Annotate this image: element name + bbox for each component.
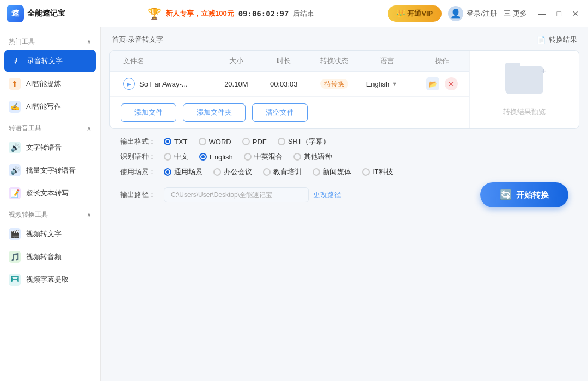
format-pdf[interactable]: PDF xyxy=(242,138,267,146)
radio-dot-txt xyxy=(164,138,171,145)
logo-icon: 速 xyxy=(7,5,24,22)
radio-dot-other xyxy=(293,153,301,161)
preview-text: 转换结果预览 xyxy=(503,107,546,117)
content-area: 首页-录音转文字 📄 转换结果 文件名 大小 时长 xyxy=(101,27,588,381)
scene-general[interactable]: 通用场景 xyxy=(164,167,203,177)
video-audio-icon: 🎵 xyxy=(9,251,21,263)
radio-dot-chinese xyxy=(164,153,171,161)
ai-extract-icon: ⬆ xyxy=(9,78,21,90)
scene-news[interactable]: 新闻媒体 xyxy=(313,167,351,177)
main-panel: 文件名 大小 时长 转换状态 语言 操作 xyxy=(109,50,579,129)
long-text-icon: 📝 xyxy=(9,187,21,199)
format-srt[interactable]: SRT（字幕） xyxy=(278,137,330,146)
col-status: 转换状态 xyxy=(309,51,360,72)
chevron-icon-3: ∧ xyxy=(87,211,91,219)
batch-voice-icon: 🔊 xyxy=(9,164,21,176)
titlebar: 速 全能速记宝 🏆 新人专享，立减100元 09:06:02:97 后结束 👑 … xyxy=(0,0,588,27)
maximize-button[interactable]: □ xyxy=(554,8,564,19)
sidebar-item-video-subtitle[interactable]: 🎞 视频字幕提取 xyxy=(0,268,100,291)
cell-language: English ▼ xyxy=(360,72,414,96)
add-folder-button[interactable]: 添加文件夹 xyxy=(183,103,246,122)
col-duration: 时长 xyxy=(259,51,309,72)
breadcrumb: 首页-录音转文字 📄 转换结果 xyxy=(101,27,588,50)
radio-dot-english xyxy=(199,153,207,161)
sidebar-item-video-to-audio[interactable]: 🎵 视频转音频 xyxy=(0,245,100,268)
options-area: 输出格式： TXT WORD PDF xyxy=(109,129,579,177)
col-size: 大小 xyxy=(213,51,259,72)
sidebar-item-recording-to-text[interactable]: 🎙 录音转文字 xyxy=(4,50,96,72)
panel-bottom-buttons: 添加文件 添加文件夹 清空文件 xyxy=(110,96,469,128)
panel-right: + 转换结果预览 xyxy=(470,51,579,128)
ai-writing-icon: ✍ xyxy=(9,101,21,113)
chevron-down-icon: ▼ xyxy=(391,81,397,87)
col-filename: 文件名 xyxy=(110,51,213,72)
format-row: 输出格式： TXT WORD PDF xyxy=(120,137,568,146)
lang-label: 识别语种： xyxy=(120,152,160,162)
promo-area: 🏆 新人专享，立减100元 09:06:02:97 后结束 xyxy=(74,7,388,20)
format-word[interactable]: WORD xyxy=(199,138,231,146)
vip-icon: 👑 xyxy=(396,9,405,17)
language-selector[interactable]: English ▼ xyxy=(366,80,408,88)
add-file-button[interactable]: 添加文件 xyxy=(121,103,176,122)
sidebar-item-video-to-text[interactable]: 🎬 视频转文字 xyxy=(0,223,100,245)
user-area[interactable]: 👤 登录/注册 xyxy=(448,6,497,21)
status-badge: 待转换 xyxy=(320,79,348,89)
col-actions: 操作 xyxy=(414,51,469,72)
close-button[interactable]: ✕ xyxy=(569,8,581,19)
cell-filename: ▶ So Far Away-... xyxy=(110,72,213,96)
radio-dot-pdf xyxy=(242,138,250,145)
lang-chinese[interactable]: 中文 xyxy=(164,152,188,162)
text-voice-icon: 🔊 xyxy=(9,142,21,153)
change-path-button[interactable]: 更改路径 xyxy=(313,190,341,200)
scene-education[interactable]: 教育培训 xyxy=(263,167,302,177)
recording-icon: 🎙 xyxy=(10,55,22,67)
vip-button[interactable]: 👑 开通VIP xyxy=(388,5,442,22)
folder-body xyxy=(505,66,543,94)
conversion-result-link[interactable]: 📄 转换结果 xyxy=(537,35,577,45)
start-convert-button[interactable]: 🔄 开始转换 xyxy=(480,182,568,207)
minimize-button[interactable]: — xyxy=(536,8,549,19)
panel-content: 文件名 大小 时长 转换状态 语言 操作 xyxy=(110,51,579,128)
lang-other[interactable]: 其他语种 xyxy=(293,152,332,162)
scene-it[interactable]: IT科技 xyxy=(362,167,393,177)
cell-actions: 📂 ✕ xyxy=(414,72,469,96)
open-folder-button[interactable]: 📂 xyxy=(426,77,439,90)
breadcrumb-text: 首页-录音转文字 xyxy=(112,35,163,45)
lang-radio-group: 中文 English 中英混合 其他语种 xyxy=(164,152,332,162)
path-input[interactable] xyxy=(164,187,309,202)
sidebar: 热门工具 ∧ 🎙 录音转文字 ⬆ AI智能提炼 ✍ AI智能写作 转语音工具 ∧… xyxy=(0,27,101,381)
countdown-suffix: 后结束 xyxy=(293,9,314,19)
plus-icon: + xyxy=(541,66,547,77)
close-icon: ✕ xyxy=(448,80,454,88)
scene-office[interactable]: 办公会议 xyxy=(213,167,252,177)
file-table: 文件名 大小 时长 转换状态 语言 操作 xyxy=(110,51,469,96)
radio-dot-news xyxy=(313,168,320,176)
video-text-icon: 🎬 xyxy=(9,228,21,240)
chevron-icon: ∧ xyxy=(87,38,91,46)
start-icon: 🔄 xyxy=(500,189,512,201)
format-txt[interactable]: TXT xyxy=(164,138,188,146)
more-button[interactable]: 三 更多 xyxy=(504,9,527,19)
sidebar-item-batch-text-voice[interactable]: 🔊 批量文字转语音 xyxy=(0,159,100,182)
format-radio-group: TXT WORD PDF SRT（字幕） xyxy=(164,137,330,146)
sidebar-item-long-text[interactable]: 📝 超长文本转写 xyxy=(0,182,100,205)
scene-row: 使用场景： 通用场景 办公会议 教育培训 xyxy=(120,167,568,177)
clear-files-button[interactable]: 清空文件 xyxy=(252,103,308,122)
sidebar-item-ai-writing[interactable]: ✍ AI智能写作 xyxy=(0,95,100,118)
play-button[interactable]: ▶ xyxy=(123,78,135,90)
radio-dot-srt xyxy=(278,138,285,145)
lang-english[interactable]: English xyxy=(199,153,233,161)
cell-status: 待转换 xyxy=(309,72,360,96)
sidebar-item-text-to-voice[interactable]: 🔊 文字转语音 xyxy=(0,136,100,159)
login-button[interactable]: 登录/注册 xyxy=(467,9,497,19)
promo-text: 新人专享，立减100元 xyxy=(166,9,234,19)
delete-button[interactable]: ✕ xyxy=(445,77,458,90)
lang-mixed[interactable]: 中英混合 xyxy=(244,152,283,162)
cell-size: 20.10M xyxy=(213,72,259,96)
radio-dot-word xyxy=(199,138,206,145)
promo-icon: 🏆 xyxy=(148,7,161,20)
col-language: 语言 xyxy=(360,51,414,72)
preview-folder-icon: + xyxy=(505,63,543,94)
sidebar-item-ai-extract[interactable]: ⬆ AI智能提炼 xyxy=(0,72,100,95)
chevron-icon-2: ∧ xyxy=(87,125,91,132)
